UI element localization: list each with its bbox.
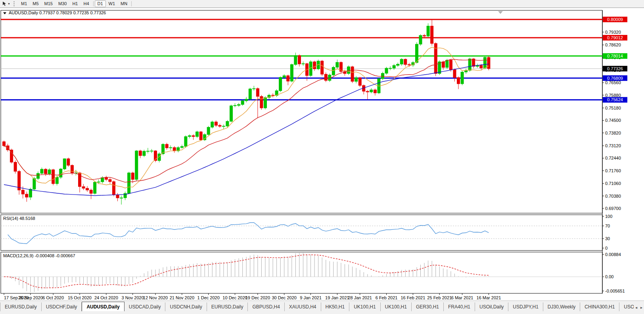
date-label: 3 Nov 2020 (122, 295, 144, 300)
price-tick-label: 0.75180 (605, 106, 621, 110)
candle-body (370, 90, 373, 92)
chart-tab-audusd-daily[interactable]: AUDUSD,Daily (82, 302, 124, 312)
chart-tab-uk100-h1[interactable]: UK100,H1 (381, 302, 412, 312)
macd-label: MACD(12,26,9) -0.000408 -0.000667 (3, 253, 75, 258)
timeframe-button-mn[interactable]: MN (118, 0, 130, 7)
date-label: 19 Jan 2021 (325, 295, 349, 300)
candle-body (165, 144, 168, 148)
chart-tab-eurusd-daily[interactable]: EURUSD,Daily (0, 302, 42, 312)
candle-body (105, 177, 107, 179)
candle-body (358, 78, 361, 85)
macd-pane[interactable] (1, 252, 602, 293)
date-label: 6 Oct 2020 (42, 295, 64, 300)
date-label: 6 Mar 2021 (451, 295, 473, 300)
rsi-pane[interactable] (1, 215, 602, 250)
macd-tick-label: 0.00884 (605, 252, 621, 257)
candle-body (215, 122, 217, 125)
price-tick-label: 0.78620 (605, 42, 621, 47)
chart-tab-xauusd-h4[interactable]: XAUUSD,H4 (285, 302, 321, 312)
candle-body (442, 62, 445, 67)
main-price-pane[interactable] (1, 10, 602, 213)
date-axis[interactable]: 17 Sep 202026 Sep 20206 Oct 202015 Oct 2… (4, 293, 501, 300)
price-tick-label: 0.71760 (605, 168, 621, 173)
price-tick-label: 0.75880 (605, 93, 621, 98)
candle-body (173, 148, 176, 151)
candle-body (431, 26, 433, 44)
candle-body (169, 148, 172, 148)
chart-tab-eurusd-daily[interactable]: EURUSD,Daily (207, 302, 248, 312)
candle-body (192, 136, 195, 137)
date-label: 19 Dec 2020 (245, 295, 270, 300)
candle-body (120, 198, 123, 198)
timeframe-button-h1[interactable]: H1 (69, 0, 80, 7)
toolbar-separator (93, 1, 94, 6)
chart-tab-ger30-h1[interactable]: GER30,H1 (412, 302, 444, 312)
tab-scroll-right-icon[interactable]: ▸ (639, 303, 644, 312)
tab-scroll-left-icon[interactable]: ◂ (634, 303, 639, 312)
date-label: 12 Nov 2020 (143, 295, 168, 300)
candle-body (397, 64, 399, 65)
timeframe-button-m30[interactable]: M30 (56, 0, 69, 7)
candle-body (101, 177, 104, 182)
current-price-badge-label: 0.77326 (607, 66, 623, 71)
candle-body (290, 65, 293, 81)
candle-body (222, 126, 225, 127)
date-label: 24 Oct 2020 (94, 295, 118, 300)
chart-canvas[interactable]: AUDUSD,Daily 0.77937 0.78029 0.77235 0.7… (0, 8, 644, 301)
date-label: 16 Mar 2021 (477, 295, 501, 300)
candle-body (468, 59, 471, 70)
chart-tab-usoil-daily[interactable]: USOil,Daily (475, 302, 508, 312)
candle-body (336, 62, 339, 67)
candle-body (196, 132, 199, 137)
candle-body (480, 65, 483, 68)
candle-body (446, 60, 448, 67)
toolbar-drag-handle[interactable] (13, 1, 17, 6)
candle-body (389, 68, 392, 69)
chart-tab-dj30-weekly[interactable]: DJ30,Weekly (543, 302, 580, 312)
price-tick-label: 0.69700 (605, 206, 621, 211)
chart-tab-usdjpy-h1[interactable]: USDJPY,H1 (508, 302, 543, 312)
timeframe-button-m15[interactable]: M15 (42, 0, 56, 7)
candle-body (14, 162, 17, 171)
chart-tab-usdcnh-daily[interactable]: USDCNH,Daily (165, 302, 207, 312)
chart-tab-hk50-h1[interactable]: HK50,H1 (321, 302, 350, 312)
chart-tab-china300-h1[interactable]: CHINA300,H1 (580, 302, 619, 312)
cursor-tool-button[interactable]: ▾ (0, 1, 12, 7)
timeframe-button-m1[interactable]: M1 (18, 0, 30, 7)
chart-tab-usdcad-daily[interactable]: USDCAD,Daily (125, 302, 166, 312)
rsi-tick-label: 70 (605, 223, 610, 228)
candle-body (218, 125, 221, 126)
timeframe-button-m5[interactable]: M5 (30, 0, 41, 7)
candle-body (449, 60, 452, 69)
price-axis[interactable]: 0.793200.786200.779400.772400.765600.758… (602, 17, 627, 293)
chart-tab-fra40-h1[interactable]: FRA40,H1 (444, 302, 475, 312)
chart-tab-usdchf-daily[interactable]: USDCHF,Daily (42, 302, 82, 312)
date-label: 6 Feb 2021 (376, 295, 398, 300)
price-tick-label: 0.79320 (605, 30, 621, 35)
candle-body (82, 187, 85, 188)
candle-body (211, 122, 214, 127)
timeframe-button-d1[interactable]: D1 (95, 0, 106, 7)
cursor-tool-icon (2, 1, 7, 6)
chevron-down-icon: ▾ (8, 2, 10, 6)
rsi-tick-label: 100 (605, 214, 612, 219)
candle-body (230, 106, 233, 121)
candle-body (423, 35, 426, 36)
candle-body (294, 56, 297, 65)
price-tick-label: 0.74500 (605, 118, 621, 123)
candle-body (351, 67, 354, 81)
rsi-label: RSI(14) 48.5168 (3, 216, 35, 221)
candle-body (56, 177, 58, 184)
candle-body (264, 98, 266, 108)
timeframe-button-h4[interactable]: H4 (80, 0, 92, 7)
price-tick-label: 0.73120 (605, 143, 621, 148)
candle-body (381, 73, 384, 79)
chart-tab-gbpusd-h4[interactable]: GBPUSD,H4 (248, 302, 284, 312)
chart-tab-uk100-h1[interactable]: UK100,H1 (349, 302, 380, 312)
chart-tab-uso[interactable]: USO (619, 302, 634, 312)
candle-body (112, 182, 115, 195)
candle-body (298, 56, 301, 64)
candle-body (374, 90, 376, 93)
timeframe-button-w1[interactable]: W1 (106, 0, 118, 7)
candle-body (324, 74, 327, 81)
